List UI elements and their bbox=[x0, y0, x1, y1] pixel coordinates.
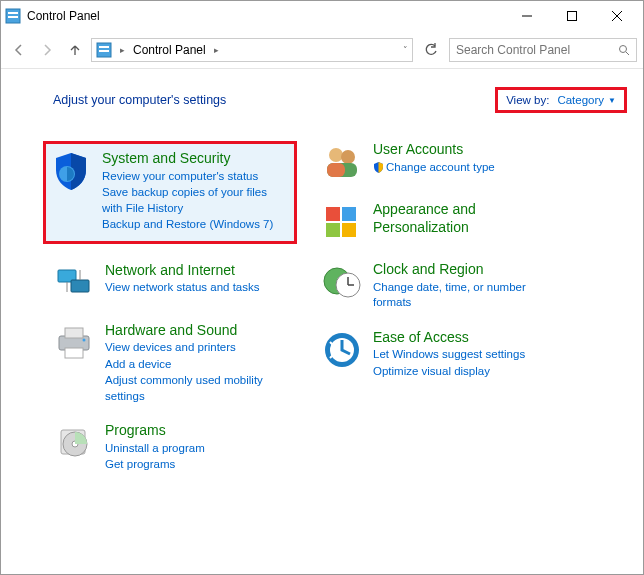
category-link[interactable]: Save backup copies of your files with Fi… bbox=[102, 185, 290, 216]
category-title[interactable]: Hardware and Sound bbox=[105, 322, 293, 340]
category-link[interactable]: View devices and printers bbox=[105, 340, 293, 356]
appearance-icon bbox=[321, 201, 363, 243]
svg-rect-8 bbox=[99, 46, 109, 48]
refresh-button[interactable] bbox=[417, 38, 445, 62]
category-link[interactable]: Get programs bbox=[105, 457, 205, 473]
svg-line-11 bbox=[626, 52, 629, 55]
category-link[interactable]: Backup and Restore (Windows 7) bbox=[102, 217, 290, 233]
titlebar: Control Panel bbox=[1, 1, 643, 31]
minimize-button[interactable] bbox=[504, 1, 549, 31]
category-system-security[interactable]: System and Security Review your computer… bbox=[43, 141, 297, 244]
category-title[interactable]: System and Security bbox=[102, 150, 290, 168]
breadcrumb[interactable]: Control Panel bbox=[133, 43, 206, 57]
control-panel-icon bbox=[96, 42, 112, 58]
forward-button[interactable] bbox=[35, 38, 59, 62]
shield-icon bbox=[50, 150, 92, 192]
category-title[interactable]: Programs bbox=[105, 422, 205, 440]
svg-rect-14 bbox=[71, 280, 89, 292]
view-by-value[interactable]: Category ▼ bbox=[557, 94, 616, 106]
category-title[interactable]: Ease of Access bbox=[373, 329, 525, 347]
category-link[interactable]: Let Windows suggest settings bbox=[373, 347, 525, 363]
chevron-down-icon: ▼ bbox=[608, 96, 616, 105]
svg-rect-1 bbox=[8, 12, 18, 14]
category-link[interactable]: Change date, time, or number formats bbox=[373, 280, 551, 311]
category-appearance[interactable]: Appearance and Personalization bbox=[321, 201, 551, 243]
category-title[interactable]: Network and Internet bbox=[105, 262, 259, 280]
category-title[interactable]: User Accounts bbox=[373, 141, 495, 159]
svg-rect-28 bbox=[326, 207, 340, 221]
category-user-accounts[interactable]: User Accounts Change account type bbox=[321, 141, 551, 183]
category-link[interactable]: Review your computer's status bbox=[102, 169, 290, 185]
chevron-right-icon[interactable]: ▸ bbox=[214, 45, 219, 55]
svg-rect-2 bbox=[8, 16, 18, 18]
disc-icon bbox=[53, 422, 95, 464]
svg-point-10 bbox=[620, 45, 627, 52]
svg-rect-4 bbox=[567, 12, 576, 21]
svg-rect-29 bbox=[342, 207, 356, 221]
category-link[interactable]: Change account type bbox=[373, 160, 495, 176]
printer-icon bbox=[53, 322, 95, 364]
svg-point-25 bbox=[341, 150, 355, 164]
svg-rect-19 bbox=[65, 348, 83, 358]
search-box[interactable] bbox=[449, 38, 637, 62]
navbar: ▸ Control Panel ▸ ˅ bbox=[1, 31, 643, 69]
svg-rect-30 bbox=[326, 223, 340, 237]
category-title[interactable]: Clock and Region bbox=[373, 261, 551, 279]
category-link[interactable]: View network status and tasks bbox=[105, 280, 259, 296]
category-clock-region[interactable]: Clock and Region Change date, time, or n… bbox=[321, 261, 551, 311]
svg-rect-9 bbox=[99, 50, 109, 52]
view-by-label: View by: bbox=[506, 94, 549, 106]
category-link[interactable]: Uninstall a program bbox=[105, 441, 205, 457]
address-bar[interactable]: ▸ Control Panel ▸ ˅ bbox=[91, 38, 413, 62]
chevron-down-icon[interactable]: ˅ bbox=[403, 45, 408, 55]
clock-icon bbox=[321, 261, 363, 303]
category-programs[interactable]: Programs Uninstall a program Get program… bbox=[53, 422, 293, 473]
category-link[interactable]: Adjust commonly used mobility settings bbox=[105, 373, 293, 404]
search-icon[interactable] bbox=[618, 44, 630, 56]
category-ease-of-access[interactable]: Ease of Access Let Windows suggest setti… bbox=[321, 329, 551, 380]
view-by-selector[interactable]: View by: Category ▼ bbox=[495, 87, 627, 113]
network-icon bbox=[53, 262, 95, 304]
svg-point-20 bbox=[83, 338, 86, 341]
svg-rect-18 bbox=[65, 328, 83, 338]
category-link[interactable]: Optimize visual display bbox=[373, 364, 525, 380]
svg-rect-27 bbox=[327, 163, 345, 177]
chevron-right-icon[interactable]: ▸ bbox=[120, 45, 125, 55]
category-title[interactable]: Appearance and Personalization bbox=[373, 201, 551, 236]
page-title: Adjust your computer's settings bbox=[53, 93, 226, 107]
category-hardware-sound[interactable]: Hardware and Sound View devices and prin… bbox=[53, 322, 293, 405]
maximize-button[interactable] bbox=[549, 1, 594, 31]
ease-of-access-icon bbox=[321, 329, 363, 371]
category-link[interactable]: Add a device bbox=[105, 357, 293, 373]
category-network-internet[interactable]: Network and Internet View network status… bbox=[53, 262, 293, 304]
content-area: Adjust your computer's settings View by:… bbox=[1, 69, 643, 473]
shield-small-icon bbox=[373, 162, 384, 173]
back-button[interactable] bbox=[7, 38, 31, 62]
users-icon bbox=[321, 141, 363, 183]
close-button[interactable] bbox=[594, 1, 639, 31]
svg-rect-31 bbox=[342, 223, 356, 237]
control-panel-icon bbox=[5, 8, 21, 24]
search-input[interactable] bbox=[456, 43, 618, 57]
svg-point-24 bbox=[329, 148, 343, 162]
window-title: Control Panel bbox=[27, 9, 504, 23]
up-button[interactable] bbox=[63, 38, 87, 62]
